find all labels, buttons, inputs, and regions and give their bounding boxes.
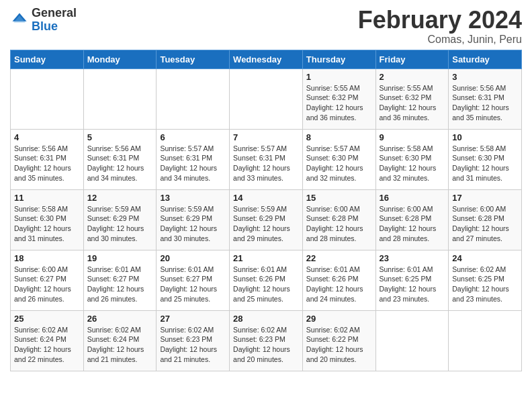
day-number: 10 [452,132,518,142]
week-row-4: 18Sunrise: 6:00 AM Sunset: 6:27 PM Dayli… [11,250,522,310]
page-header: General Blue February 2024 Comas, Junin,… [10,7,522,46]
day-info: Sunrise: 5:55 AM Sunset: 6:32 PM Dayligh… [380,83,445,123]
day-info: Sunrise: 5:57 AM Sunset: 6:31 PM Dayligh… [233,144,299,183]
calendar-cell: 23Sunrise: 6:01 AM Sunset: 6:25 PM Dayli… [375,250,449,310]
day-info: Sunrise: 5:57 AM Sunset: 6:31 PM Dayligh… [160,144,226,183]
day-number: 18 [14,253,80,263]
day-number: 26 [87,314,153,324]
calendar-cell: 8Sunrise: 5:57 AM Sunset: 6:30 PM Daylig… [302,129,375,189]
header-saturday: Saturday [449,50,522,68]
day-info: Sunrise: 6:01 AM Sunset: 6:25 PM Dayligh… [380,265,445,304]
week-row-5: 25Sunrise: 6:02 AM Sunset: 6:24 PM Dayli… [11,310,522,371]
day-info: Sunrise: 6:02 AM Sunset: 6:23 PM Dayligh… [233,325,299,365]
logo: General Blue [10,7,77,34]
calendar-cell: 5Sunrise: 5:56 AM Sunset: 6:31 PM Daylig… [83,129,157,189]
calendar-cell: 21Sunrise: 6:01 AM Sunset: 6:26 PM Dayli… [230,250,303,310]
day-number: 25 [14,314,80,324]
day-info: Sunrise: 5:59 AM Sunset: 6:29 PM Dayligh… [160,204,226,244]
day-number: 23 [380,253,445,263]
day-info: Sunrise: 5:59 AM Sunset: 6:29 PM Dayligh… [233,204,299,244]
header-tuesday: Tuesday [157,50,230,68]
day-info: Sunrise: 6:01 AM Sunset: 6:26 PM Dayligh… [306,265,372,304]
day-number: 7 [233,132,299,142]
day-info: Sunrise: 6:02 AM Sunset: 6:24 PM Dayligh… [14,325,80,365]
calendar-cell: 2Sunrise: 5:55 AM Sunset: 6:32 PM Daylig… [375,68,449,129]
calendar-cell: 6Sunrise: 5:57 AM Sunset: 6:31 PM Daylig… [157,129,230,189]
calendar-cell: 20Sunrise: 6:01 AM Sunset: 6:27 PM Dayli… [157,250,230,310]
day-info: Sunrise: 5:56 AM Sunset: 6:31 PM Dayligh… [452,83,518,123]
header-friday: Friday [375,50,449,68]
calendar-cell [11,68,84,129]
calendar-cell: 25Sunrise: 6:02 AM Sunset: 6:24 PM Dayli… [11,310,84,371]
day-info: Sunrise: 5:58 AM Sunset: 6:30 PM Dayligh… [14,204,80,244]
calendar-cell [449,310,522,371]
calendar-cell: 24Sunrise: 6:02 AM Sunset: 6:25 PM Dayli… [449,250,522,310]
day-info: Sunrise: 6:02 AM Sunset: 6:24 PM Dayligh… [87,325,153,365]
calendar-cell: 4Sunrise: 5:56 AM Sunset: 6:31 PM Daylig… [11,129,84,189]
day-number: 29 [306,314,372,324]
day-number: 27 [160,314,226,324]
day-number: 1 [306,72,372,82]
day-number: 5 [87,132,153,142]
logo-general: General [32,7,77,20]
day-number: 16 [380,193,445,203]
day-number: 22 [306,253,372,263]
day-info: Sunrise: 5:55 AM Sunset: 6:32 PM Dayligh… [306,83,372,123]
day-info: Sunrise: 6:01 AM Sunset: 6:27 PM Dayligh… [160,265,226,304]
day-info: Sunrise: 6:02 AM Sunset: 6:25 PM Dayligh… [452,265,518,304]
title-section: February 2024 Comas, Junin, Peru [358,7,522,46]
calendar-cell: 3Sunrise: 5:56 AM Sunset: 6:31 PM Daylig… [449,68,522,129]
day-info: Sunrise: 6:00 AM Sunset: 6:28 PM Dayligh… [380,204,445,244]
day-number: 15 [306,193,372,203]
calendar-table: Sunday Monday Tuesday Wednesday Thursday… [10,50,522,371]
calendar-cell: 27Sunrise: 6:02 AM Sunset: 6:23 PM Dayli… [157,310,230,371]
day-number: 28 [233,314,299,324]
day-number: 17 [452,193,518,203]
day-info: Sunrise: 6:01 AM Sunset: 6:26 PM Dayligh… [233,265,299,304]
day-number: 6 [160,132,226,142]
calendar-cell: 19Sunrise: 6:01 AM Sunset: 6:27 PM Dayli… [83,250,157,310]
calendar-cell: 9Sunrise: 5:58 AM Sunset: 6:30 PM Daylig… [375,129,449,189]
calendar-cell: 7Sunrise: 5:57 AM Sunset: 6:31 PM Daylig… [230,129,303,189]
day-info: Sunrise: 5:57 AM Sunset: 6:30 PM Dayligh… [306,144,372,183]
day-number: 9 [380,132,445,142]
day-info: Sunrise: 6:00 AM Sunset: 6:28 PM Dayligh… [306,204,372,244]
day-number: 20 [160,253,226,263]
calendar-cell: 29Sunrise: 6:02 AM Sunset: 6:22 PM Dayli… [302,310,375,371]
calendar-cell: 13Sunrise: 5:59 AM Sunset: 6:29 PM Dayli… [157,189,230,250]
day-number: 19 [87,253,153,263]
day-number: 12 [87,193,153,203]
calendar-cell [157,68,230,129]
day-number: 21 [233,253,299,263]
header-row: Sunday Monday Tuesday Wednesday Thursday… [11,50,522,68]
calendar-cell: 18Sunrise: 6:00 AM Sunset: 6:27 PM Dayli… [11,250,84,310]
day-info: Sunrise: 5:59 AM Sunset: 6:29 PM Dayligh… [87,204,153,244]
calendar-cell: 14Sunrise: 5:59 AM Sunset: 6:29 PM Dayli… [230,189,303,250]
week-row-3: 11Sunrise: 5:58 AM Sunset: 6:30 PM Dayli… [11,189,522,250]
calendar-header: Sunday Monday Tuesday Wednesday Thursday… [11,50,522,68]
calendar-body: 1Sunrise: 5:55 AM Sunset: 6:32 PM Daylig… [11,68,522,371]
header-thursday: Thursday [302,50,375,68]
day-info: Sunrise: 6:01 AM Sunset: 6:27 PM Dayligh… [87,265,153,304]
day-info: Sunrise: 5:56 AM Sunset: 6:31 PM Dayligh… [87,144,153,183]
header-sunday: Sunday [11,50,84,68]
day-number: 4 [14,132,80,142]
calendar-cell: 15Sunrise: 6:00 AM Sunset: 6:28 PM Dayli… [302,189,375,250]
day-number: 2 [380,72,445,82]
calendar-cell: 1Sunrise: 5:55 AM Sunset: 6:32 PM Daylig… [302,68,375,129]
calendar-cell: 12Sunrise: 5:59 AM Sunset: 6:29 PM Dayli… [83,189,157,250]
day-number: 13 [160,193,226,203]
day-info: Sunrise: 6:00 AM Sunset: 6:27 PM Dayligh… [14,265,80,304]
calendar-cell [230,68,303,129]
logo-blue: Blue [32,20,77,34]
calendar-cell: 10Sunrise: 5:58 AM Sunset: 6:30 PM Dayli… [449,129,522,189]
calendar-cell: 28Sunrise: 6:02 AM Sunset: 6:23 PM Dayli… [230,310,303,371]
calendar-cell [375,310,449,371]
day-number: 14 [233,193,299,203]
location-subtitle: Comas, Junin, Peru [358,34,522,46]
week-row-1: 1Sunrise: 5:55 AM Sunset: 6:32 PM Daylig… [11,68,522,129]
day-info: Sunrise: 5:56 AM Sunset: 6:31 PM Dayligh… [14,144,80,183]
day-info: Sunrise: 5:58 AM Sunset: 6:30 PM Dayligh… [380,144,445,183]
header-monday: Monday [83,50,157,68]
day-info: Sunrise: 5:58 AM Sunset: 6:30 PM Dayligh… [452,144,518,183]
